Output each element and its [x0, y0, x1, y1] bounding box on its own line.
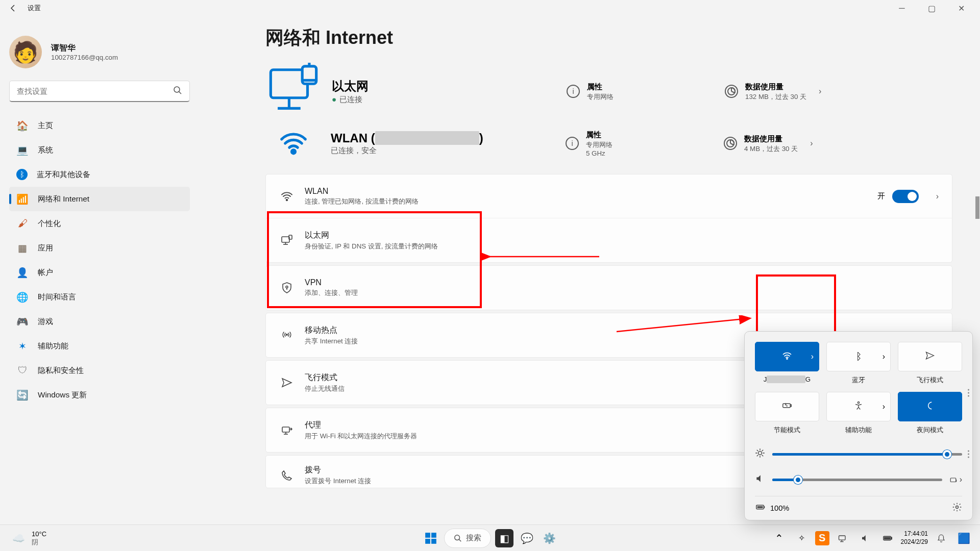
back-button[interactable]	[4, 0, 22, 16]
row-ethernet[interactable]: 以太网身份验证, IP 和 DNS 设置, 按流量计费的网络	[266, 218, 952, 262]
qp-airplane-button[interactable]	[898, 342, 962, 371]
qp-settings-button[interactable]	[952, 502, 962, 514]
nav-item-7[interactable]: 🌐时间和语言	[9, 285, 190, 309]
status-ethernet-title: 以太网	[332, 78, 567, 94]
maximize-button[interactable]: ▢	[917, 0, 946, 16]
ethernet-data-usage[interactable]: 数据使用量132 MB，过去 30 天 ›	[725, 82, 821, 102]
dial-icon	[279, 469, 295, 482]
qp-wifi-button[interactable]: ›	[755, 342, 819, 371]
tray-battery[interactable]	[878, 529, 897, 547]
weather-temp: 10°C	[32, 530, 46, 538]
search-box[interactable]	[9, 81, 190, 102]
nav-item-2[interactable]: ᛒ蓝牙和其他设备	[9, 162, 190, 187]
qp-accessibility-button[interactable]: ›	[826, 392, 891, 421]
app-settings[interactable]: ⚙️	[540, 529, 558, 547]
info-icon: i	[566, 137, 579, 150]
ethernet-icon	[279, 234, 295, 246]
nav-icon: 🎮	[16, 315, 29, 328]
svg-point-30	[787, 358, 788, 359]
qp-night-light-button[interactable]	[898, 392, 962, 421]
sidebar: 🧑 谭智华 1002787166@qq.com 🏠主页💻系统ᛒ蓝牙和其他设备📶网…	[0, 16, 199, 524]
tray-volume[interactable]	[856, 529, 874, 547]
status-wlan-sub: 已连接，安全	[331, 145, 566, 156]
wifi-icon	[782, 350, 792, 363]
tray-ime[interactable]: ✧	[793, 529, 811, 547]
svg-line-10	[731, 91, 735, 93]
audio-output-button[interactable]: ›	[949, 475, 962, 484]
row-wlan[interactable]: WLAN连接, 管理已知网络, 按流量计费的网络 开 ›	[266, 174, 952, 218]
wlan-properties[interactable]: i 属性专用网络5 GHz	[566, 130, 724, 157]
tray-sogou[interactable]: S	[815, 531, 829, 545]
close-button[interactable]: ✕	[946, 0, 976, 16]
qp-airplane-label: 飞行模式	[917, 375, 943, 385]
status-wlan-title: WLAN (████████████)	[331, 131, 566, 145]
qp-battery-saver-button[interactable]	[755, 392, 819, 421]
prop-sub: 专用网络	[587, 92, 614, 102]
wlan-toggle[interactable]	[892, 190, 919, 203]
minimize-button[interactable]: ─	[887, 0, 917, 16]
tray-notifications[interactable]	[932, 529, 950, 547]
nav-item-3[interactable]: 📶网络和 Internet	[9, 187, 190, 211]
svg-line-41	[757, 455, 758, 456]
battery-saver-icon	[781, 400, 793, 413]
nav-item-5[interactable]: ▦应用	[9, 236, 190, 260]
nav-icon: ▦	[16, 242, 29, 254]
prop-sub2: 5 GHz	[586, 149, 612, 157]
nav-item-6[interactable]: 👤帐户	[9, 260, 190, 285]
ethernet-properties[interactable]: i 属性专用网络	[567, 82, 725, 102]
usage-title: 数据使用量	[744, 134, 798, 144]
nav-label: 主页	[38, 120, 53, 131]
tray-clock[interactable]: 17:44:012024/2/29	[901, 530, 928, 546]
nav-item-0[interactable]: 🏠主页	[9, 113, 190, 138]
qp-bluetooth-button[interactable]: ᛒ ›	[826, 342, 891, 371]
row-sub: 添加、连接、管理	[305, 288, 939, 297]
taskbar-search[interactable]: 搜索	[444, 529, 491, 548]
taskbar: ☁️ 10°C阴 搜索 ◧ 💬 ⚙️ ⌃ ✧ S 17:44:012024/2/…	[0, 524, 980, 551]
bluetooth-icon: ᛒ	[856, 351, 862, 362]
nav-item-10[interactable]: 🛡隐私和安全性	[9, 358, 190, 383]
brightness-slider[interactable]	[772, 453, 962, 456]
nav-label: 个性化	[38, 218, 61, 229]
task-view-button[interactable]: ◧	[495, 529, 513, 547]
qp-night-light-label: 夜间模式	[917, 425, 943, 435]
status-ethernet-sub: 已连接	[339, 94, 362, 105]
nav-item-4[interactable]: 🖌个性化	[9, 211, 190, 236]
start-button[interactable]	[422, 529, 440, 547]
search-icon	[173, 86, 182, 97]
tray-copilot[interactable]: 🟦	[954, 529, 973, 547]
nav-item-1[interactable]: 💻系统	[9, 138, 190, 162]
svg-line-1	[179, 91, 182, 94]
nav-label: 游戏	[38, 316, 53, 327]
usage-sub: 132 MB，过去 30 天	[745, 92, 806, 102]
prop-title: 属性	[587, 82, 614, 92]
tray-network[interactable]	[834, 529, 852, 547]
info-icon: i	[567, 85, 580, 98]
wlan-data-usage[interactable]: 数据使用量4 MB，过去 30 天 ›	[724, 134, 813, 154]
usage-title: 数据使用量	[745, 82, 806, 92]
nav-label: 时间和语言	[38, 292, 76, 303]
scrollbar-thumb[interactable]	[975, 196, 979, 219]
svg-point-47	[956, 506, 959, 509]
nav-icon: 🛡	[16, 364, 29, 377]
svg-point-0	[174, 87, 180, 92]
svg-rect-43	[950, 478, 956, 482]
profile-name: 谭智华	[51, 43, 118, 54]
page-title: 网络和 Internet	[265, 26, 952, 51]
volume-slider[interactable]	[772, 479, 942, 481]
app-wechat[interactable]: 💬	[518, 529, 536, 547]
nav-item-11[interactable]: 🔄Windows 更新	[9, 383, 190, 407]
weather-desc: 阴	[32, 538, 46, 546]
svg-rect-54	[839, 536, 845, 540]
search-input[interactable]	[17, 87, 173, 96]
nav-label: Windows 更新	[38, 390, 87, 400]
row-vpn[interactable]: VPN添加、连接、管理	[266, 266, 952, 310]
nav-icon: 🏠	[16, 119, 29, 132]
nav-label: 蓝牙和其他设备	[37, 169, 90, 180]
nav-item-8[interactable]: 🎮游戏	[9, 309, 190, 334]
tray-overflow[interactable]: ⌃	[770, 529, 789, 547]
profile-block[interactable]: 🧑 谭智华 1002787166@qq.com	[9, 36, 190, 68]
svg-point-34	[758, 452, 762, 455]
weather-widget[interactable]: ☁️	[9, 529, 28, 547]
nav-item-9[interactable]: ✶辅助功能	[9, 334, 190, 358]
titlebar: 设置 ─ ▢ ✕	[0, 0, 980, 16]
